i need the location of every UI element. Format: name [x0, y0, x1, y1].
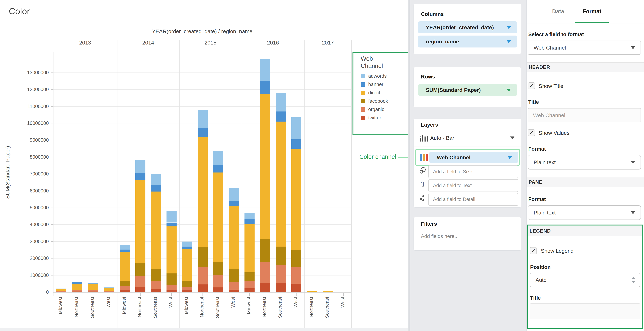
bar-segment-2015-Midwest-twitter[interactable] — [182, 290, 192, 292]
legend-item-banner[interactable]: banner — [354, 80, 409, 89]
bar-segment-2016-Southeast-adwords[interactable] — [276, 93, 286, 112]
legend-item-organic[interactable]: organic — [354, 105, 409, 114]
tab-data[interactable]: Data — [546, 8, 571, 14]
bar-segment-2015-Southeast-organic[interactable] — [213, 275, 223, 288]
bar-segment-2016-Northeast-adwords[interactable] — [260, 59, 270, 81]
bar-segment-2016-Midwest-adwords[interactable] — [244, 212, 254, 219]
position-select[interactable]: Auto — [530, 273, 640, 287]
columns-pill-0[interactable]: YEAR(order_created_date) — [418, 22, 517, 33]
bar-segment-2013-Southeast-direct[interactable] — [88, 284, 98, 290]
bar-segment-2015-Midwest-organic[interactable] — [182, 287, 192, 290]
bar-segment-2016-Northeast-direct[interactable] — [260, 94, 270, 239]
header-title-input[interactable]: Web Channel — [528, 108, 641, 122]
bar-segment-2013-West-direct[interactable] — [104, 288, 114, 291]
bar-segment-2015-Northeast-direct[interactable] — [198, 137, 208, 247]
bar-segment-2016-Northeast-organic[interactable] — [260, 262, 270, 283]
bar-segment-2014-Southeast-banner[interactable] — [151, 185, 161, 192]
text-field-slot[interactable]: Add a field to Text — [428, 179, 518, 192]
columns-pill-1[interactable]: region_name — [418, 36, 517, 48]
bar-segment-2014-West-organic[interactable] — [166, 285, 176, 290]
show-values-checkbox[interactable]: ✓ — [528, 129, 535, 136]
bar-segment-2013-Northeast-direct[interactable] — [72, 284, 82, 290]
bar-segment-2016-Midwest-organic[interactable] — [244, 281, 254, 288]
bar-segment-2015-Midwest-direct[interactable] — [182, 249, 192, 281]
bar-segment-2013-Northeast-twitter[interactable] — [72, 292, 82, 292]
bar-segment-2013-Midwest-facebook[interactable] — [56, 291, 66, 292]
bar-segment-2013-Southeast-organic[interactable] — [88, 290, 98, 292]
bar-segment-2017-Southeast-direct[interactable] — [323, 291, 333, 292]
bar-segment-2013-Southeast-adwords[interactable] — [88, 283, 98, 284]
bar-segment-2016-West-direct[interactable] — [291, 148, 302, 250]
bar-segment-2014-West-direct[interactable] — [166, 226, 176, 274]
bar-segment-2017-Southeast-organic[interactable] — [323, 292, 333, 292]
bar-segment-2016-West-banner[interactable] — [291, 139, 302, 148]
bar-segment-2014-Northeast-twitter[interactable] — [135, 287, 146, 292]
bar-segment-2014-Northeast-banner[interactable] — [135, 173, 146, 180]
bar-segment-2016-West-facebook[interactable] — [291, 250, 302, 267]
bar-segment-2015-West-direct[interactable] — [229, 206, 239, 268]
bar-segment-2013-Southeast-facebook[interactable] — [88, 290, 98, 290]
bar-segment-2014-West-adwords[interactable] — [166, 211, 176, 222]
bar-segment-2016-Midwest-banner[interactable] — [244, 219, 254, 224]
bar-segment-2015-Southeast-twitter[interactable] — [213, 288, 223, 292]
bar-segment-2013-Midwest-twitter[interactable] — [56, 292, 66, 292]
bar-segment-2015-West-twitter[interactable] — [229, 290, 239, 292]
bar-segment-2014-West-twitter[interactable] — [166, 290, 176, 292]
bar-segment-2014-Midwest-adwords[interactable] — [120, 245, 130, 250]
bar-segment-2016-Southeast-organic[interactable] — [276, 265, 286, 283]
bar-segment-2014-Midwest-direct[interactable] — [120, 252, 130, 281]
size-field-slot[interactable]: Add a field to Size — [428, 166, 518, 178]
rows-pill-0[interactable]: SUM(Standard Paper) — [418, 84, 517, 96]
bar-segment-2013-Northeast-banner[interactable] — [72, 282, 82, 284]
bar-segment-2014-Northeast-adwords[interactable] — [135, 160, 146, 173]
bar-segment-2015-West-adwords[interactable] — [229, 188, 239, 201]
bar-segment-2013-Southeast-banner[interactable] — [88, 284, 98, 284]
pane-format-select[interactable]: Plain text — [528, 205, 641, 220]
bar-segment-2014-Southeast-organic[interactable] — [151, 281, 161, 289]
bar-segment-2015-West-banner[interactable] — [229, 201, 239, 206]
bar-segment-2015-Southeast-direct[interactable] — [213, 172, 223, 262]
show-legend-checkbox[interactable]: ✓ — [530, 247, 537, 254]
header-format-select[interactable]: Plain text — [528, 155, 641, 170]
bar-segment-2015-Midwest-adwords[interactable] — [182, 242, 192, 246]
bar-segment-2014-Southeast-direct[interactable] — [151, 192, 161, 269]
bar-segment-2014-Northeast-direct[interactable] — [135, 180, 146, 263]
bar-segment-2014-West-facebook[interactable] — [166, 274, 176, 285]
bar-segment-2015-Midwest-facebook[interactable] — [182, 281, 192, 287]
bar-segment-2015-Northeast-banner[interactable] — [198, 128, 208, 137]
bar-segment-2017-Northeast-direct[interactable] — [307, 291, 317, 292]
bar-segment-2016-Northeast-banner[interactable] — [260, 81, 270, 94]
bar-segment-2016-Northeast-facebook[interactable] — [260, 239, 270, 262]
bar-segment-2016-Southeast-banner[interactable] — [276, 112, 286, 122]
bar-segment-2017-Southeast-twitter[interactable] — [323, 292, 333, 292]
tab-format[interactable]: Format — [578, 8, 605, 14]
bar-segment-2016-Northeast-twitter[interactable] — [260, 283, 270, 292]
bar-segment-2017-West-direct[interactable] — [338, 292, 348, 292]
bar-segment-2013-Midwest-direct[interactable] — [56, 289, 66, 291]
bar-segment-2013-Southeast-twitter[interactable] — [88, 292, 98, 292]
bar-segment-2013-Midwest-banner[interactable] — [56, 289, 66, 289]
bar-segment-2013-Northeast-organic[interactable] — [72, 290, 82, 292]
legend-item-twitter[interactable]: twitter — [354, 114, 409, 122]
horizontal-scrollbar[interactable] — [0, 328, 408, 331]
legend-title-input[interactable] — [530, 304, 640, 319]
bar-segment-2014-Northeast-organic[interactable] — [135, 276, 146, 287]
bar-segment-2014-Southeast-twitter[interactable] — [151, 289, 161, 292]
bar-segment-2016-Midwest-direct[interactable] — [244, 224, 254, 272]
bar-segment-2014-Midwest-twitter[interactable] — [120, 290, 130, 292]
bar-segment-2016-West-twitter[interactable] — [291, 284, 302, 292]
legend-item-direct[interactable]: direct — [354, 89, 409, 97]
bar-segment-2015-Northeast-adwords[interactable] — [198, 110, 208, 128]
bar-segment-2015-West-organic[interactable] — [229, 282, 239, 290]
detail-field-slot[interactable]: Add a field to Detail — [428, 193, 518, 206]
bar-segment-2017-Northeast-organic[interactable] — [307, 292, 317, 292]
bar-segment-2016-West-adwords[interactable] — [291, 117, 302, 139]
bar-segment-2013-West-facebook[interactable] — [104, 291, 114, 291]
bar-segment-2013-Midwest-adwords[interactable] — [56, 288, 66, 289]
bar-segment-2015-Midwest-banner[interactable] — [182, 246, 192, 249]
bar-segment-2015-Northeast-facebook[interactable] — [198, 247, 208, 267]
filters-card[interactable]: Filters Add fields here... — [414, 217, 521, 251]
bar-segment-2013-Northeast-facebook[interactable] — [72, 290, 82, 290]
bar-segment-2016-Southeast-direct[interactable] — [276, 122, 286, 246]
bar-segment-2016-Southeast-facebook[interactable] — [276, 246, 286, 265]
